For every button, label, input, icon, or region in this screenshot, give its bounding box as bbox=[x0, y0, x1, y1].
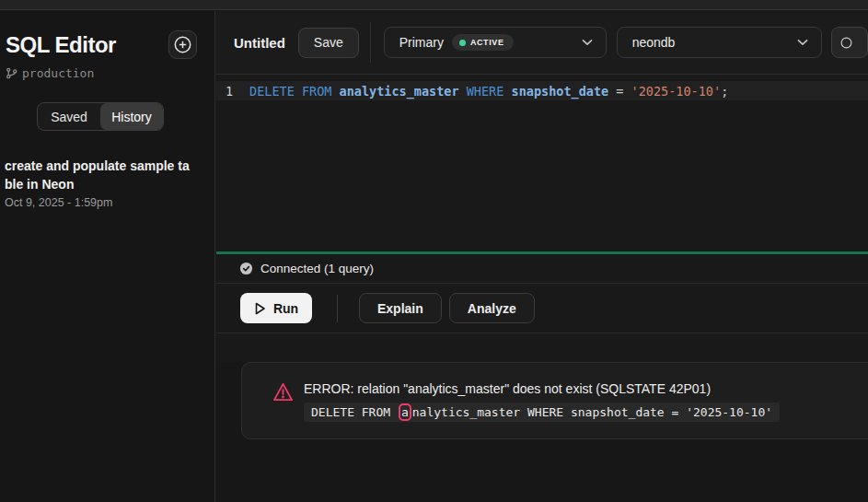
error-query-suffix: nalytics_master WHERE snapshot_date = '2… bbox=[412, 405, 772, 419]
database-select[interactable]: neondb bbox=[617, 27, 822, 58]
branch-name: production bbox=[22, 66, 94, 80]
query-actions: Run Explain Analyze bbox=[216, 284, 868, 333]
active-dot-icon bbox=[459, 40, 466, 46]
history-item-date: Oct 9, 2025 - 1:59pm bbox=[5, 196, 214, 209]
analyze-button[interactable]: Analyze bbox=[449, 293, 535, 323]
query-name: Untitled bbox=[234, 35, 285, 51]
save-button[interactable]: Save bbox=[298, 28, 359, 58]
circle-icon bbox=[840, 35, 852, 51]
plus-circle-icon bbox=[173, 35, 192, 54]
sidebar: SQL Editor production Saved History crea… bbox=[0, 11, 215, 502]
git-branch-icon bbox=[6, 67, 17, 79]
results-panel: ERROR: relation "analytics_master" does … bbox=[216, 362, 868, 502]
warning-triangle-icon bbox=[272, 382, 294, 402]
status-badge-label: ACTIVE bbox=[470, 38, 504, 47]
main-panel: Untitled Save Primary ACTIVE neondb 1 DE… bbox=[216, 11, 868, 502]
error-texts: ERROR: relation "analytics_master" does … bbox=[304, 381, 780, 422]
branch-select[interactable]: Primary ACTIVE bbox=[384, 27, 607, 58]
branch-select-value: Primary bbox=[399, 35, 444, 50]
play-icon bbox=[254, 302, 266, 315]
sidebar-tabs: Saved History bbox=[37, 102, 164, 131]
sql-code: DELETE FROM analytics_master WHERE snaps… bbox=[249, 84, 728, 99]
actions-divider bbox=[337, 295, 338, 322]
line-number: 1 bbox=[226, 84, 240, 99]
connection-status-bar: Connected (1 query) bbox=[216, 254, 868, 284]
editor-line[interactable]: 1 DELETE FROM analytics_master WHERE sna… bbox=[216, 81, 868, 100]
check-circle-icon bbox=[239, 262, 253, 275]
new-query-button[interactable] bbox=[168, 30, 197, 59]
chevron-down-icon bbox=[797, 39, 808, 46]
chevron-down-icon bbox=[582, 39, 593, 46]
sql-editor[interactable]: 1 DELETE FROM analytics_master WHERE sna… bbox=[216, 75, 868, 251]
run-button-label: Run bbox=[273, 301, 298, 316]
sidebar-header: SQL Editor bbox=[0, 11, 214, 59]
error-message: ERROR: relation "analytics_master" does … bbox=[304, 381, 780, 396]
status-badge: ACTIVE bbox=[452, 34, 514, 51]
branch-indicator: production bbox=[0, 59, 214, 80]
page-title: SQL Editor bbox=[6, 32, 116, 58]
error-panel: ERROR: relation "analytics_master" does … bbox=[241, 362, 868, 439]
window-top-strip bbox=[0, 0, 868, 10]
run-button[interactable]: Run bbox=[240, 293, 312, 323]
tab-history[interactable]: History bbox=[100, 103, 163, 130]
toolbar-divider bbox=[370, 22, 371, 63]
history-list-item[interactable]: create and populate sample table in Neon… bbox=[5, 157, 214, 209]
error-query-prefix: DELETE FROM bbox=[311, 405, 398, 419]
database-select-value: neondb bbox=[632, 35, 676, 50]
history-item-title: create and populate sample table in Neon bbox=[5, 157, 194, 193]
error-query-snippet: DELETE FROM analytics_master WHERE snaps… bbox=[304, 403, 780, 422]
tab-saved[interactable]: Saved bbox=[38, 103, 100, 130]
editor-toolbar: Untitled Save Primary ACTIVE neondb bbox=[216, 11, 868, 75]
toolbar-extra-button[interactable] bbox=[831, 27, 868, 58]
error-position-marker: a bbox=[399, 403, 411, 421]
explain-button[interactable]: Explain bbox=[359, 293, 442, 323]
connection-status-label: Connected (1 query) bbox=[260, 262, 374, 275]
